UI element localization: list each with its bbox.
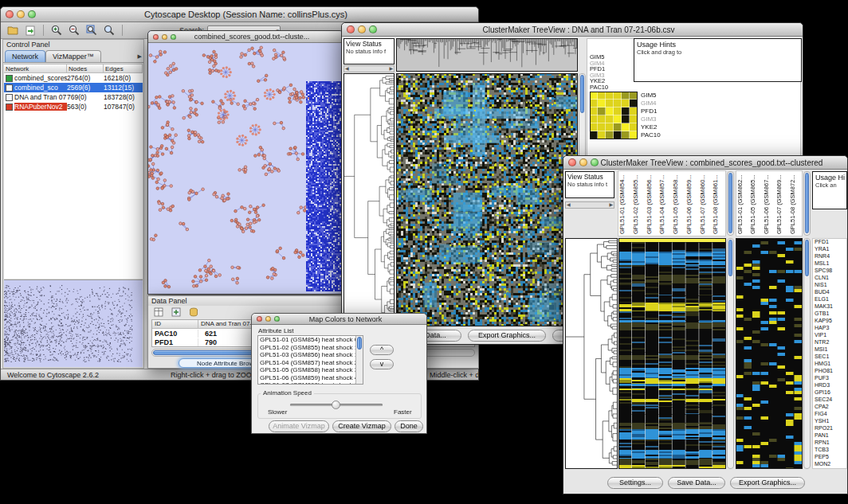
column-label[interactable]: GPL51-03 (GSM856... [646, 171, 659, 236]
gene-label[interactable]: PEP5 [813, 454, 846, 461]
gene-label[interactable]: GIM5 [641, 92, 661, 100]
gene-label[interactable]: PFD1 [641, 107, 661, 115]
scroll-left-icon[interactable]: ◀ [567, 202, 571, 208]
scrollbar-thumb[interactable] [805, 240, 809, 276]
network-list-row[interactable]: combined_sco2569(6)13112(15) [4, 83, 143, 92]
minimize-button[interactable] [265, 316, 271, 322]
column-label[interactable]: GPL51-01 (GSM854... [618, 171, 632, 236]
import-network-icon[interactable] [23, 24, 37, 37]
open-session-icon[interactable] [6, 24, 20, 37]
gene-label[interactable]: RPO21 [813, 425, 846, 432]
column-label[interactable]: GPL51-06 (GSM867... [763, 171, 775, 236]
heatmap-canvas[interactable] [396, 73, 578, 326]
scroll-right-icon[interactable]: ▶ [609, 202, 613, 208]
tab-overflow-icon[interactable]: ▶ [138, 50, 142, 62]
treeview-dna-titlebar[interactable]: ClusterMaker TreeView : DNA and Tran 07-… [342, 23, 803, 37]
gene-label[interactable]: RNR4 [813, 253, 846, 260]
secondary-heatmap-canvas[interactable] [736, 238, 803, 469]
gene-label[interactable]: PFD1 [813, 239, 846, 246]
create-vizmap-button[interactable]: Create Vizmap [332, 420, 391, 432]
column-label[interactable]: GPL51-06 (GSM859... [685, 171, 699, 236]
close-button[interactable] [568, 158, 576, 166]
gene-label[interactable]: KAP95 [813, 318, 846, 325]
correlation-matrix-canvas[interactable] [590, 92, 638, 139]
scrollbar-thumb[interactable] [805, 173, 809, 233]
label-vscrollbar[interactable] [803, 171, 811, 236]
dendrogram-hscrollbar[interactable]: ◀▶ [565, 201, 614, 209]
main-titlebar[interactable]: Cytoscape Desktop (Session Name: collins… [1, 7, 478, 22]
export-graphics-button[interactable]: Export Graphics... [468, 330, 546, 342]
gene-label[interactable]: HMG1 [813, 361, 846, 368]
column-label[interactable]: GPL51-08 (GSM861... [712, 171, 725, 236]
treeview-combined-titlebar[interactable]: ClusterMaker TreeView : combined_scores_… [563, 156, 847, 170]
column-label[interactable]: GPL51-04 (GSM857... [658, 171, 672, 236]
gene-label[interactable]: ELG1 [813, 296, 846, 303]
attribute-list-item[interactable]: GPL51-02 (GSM855) heat shock 10 min [258, 344, 363, 352]
save-data-button[interactable]: Save Data... [668, 477, 725, 489]
gene-label[interactable]: PAC10 [641, 131, 661, 139]
attribute-list-item[interactable]: GPL51-05 (GSM858) heat shock 30 min [258, 366, 363, 374]
gene-label[interactable]: NTR2 [813, 339, 846, 346]
slider-thumb[interactable] [332, 400, 340, 409]
column-label[interactable]: GPL51-05 (GSM865... [749, 171, 762, 236]
scroll-left-icon[interactable]: ◀ [345, 66, 349, 72]
animate-vizmap-button[interactable]: Animate Vizmap [269, 420, 329, 432]
zoom-button[interactable] [274, 316, 280, 322]
gene-label[interactable]: NIS1 [813, 282, 846, 289]
network-list-row[interactable]: combined_scores2764(0)16218(0) [4, 73, 143, 83]
gene-label[interactable]: YKE2 [641, 123, 661, 131]
gene-label[interactable]: PHO81 [813, 368, 846, 375]
gene-label[interactable]: FIG4 [813, 411, 846, 418]
column-dendrogram[interactable] [396, 38, 578, 72]
scrollbar-thumb[interactable] [728, 173, 732, 233]
gene-label[interactable]: PUF3 [813, 375, 846, 382]
column-label[interactable]: GPL51-05 (GSM858... [672, 171, 685, 236]
minimize-button[interactable] [17, 10, 25, 18]
select-attributes-icon[interactable] [151, 306, 166, 318]
column-header-id[interactable]: ID [152, 320, 198, 329]
heatmap-canvas[interactable] [618, 238, 726, 469]
column-label[interactable]: GPL51-02 (GSM855... [632, 171, 646, 236]
attribute-list-scrollbar[interactable] [355, 336, 363, 384]
gene-label[interactable]: RPN1 [813, 440, 846, 447]
network-canvas[interactable] [148, 43, 343, 294]
gene-label[interactable]: YSH1 [813, 418, 846, 425]
column-header-edges[interactable]: Edges [104, 64, 143, 73]
gene-label[interactable]: YRA1 [813, 246, 846, 253]
gene-label[interactable]: CPA2 [813, 404, 846, 411]
column-label[interactable]: GPL51-01 (GSM862... [736, 171, 749, 236]
attribute-list-item[interactable]: GPL51-01 (GSM854) heat shock 05 min [258, 336, 363, 344]
gene-label[interactable]: MON2 [813, 461, 846, 468]
zoom-out-icon[interactable] [67, 24, 81, 37]
zoom-button[interactable] [591, 158, 599, 166]
column-label[interactable]: GPL51-07 (GSM869... [775, 171, 788, 236]
tab-network[interactable]: Network [5, 50, 45, 62]
gene-label[interactable]: BUD4 [813, 289, 846, 296]
column-header-nodes[interactable]: Nodes [67, 64, 104, 73]
gene-label[interactable]: GPI16 [813, 389, 846, 397]
minimize-button[interactable] [358, 25, 366, 33]
animation-speed-slider[interactable] [290, 404, 383, 406]
row-dendrogram[interactable] [344, 73, 395, 326]
gene-label[interactable]: CLN1 [813, 275, 846, 282]
gene-label[interactable]: SEC1 [813, 354, 846, 361]
label-vscrollbar[interactable] [727, 171, 734, 236]
minimize-button[interactable] [579, 158, 587, 166]
attribute-list[interactable]: GPL51-01 (GSM854) heat shock 05 minGPL51… [257, 335, 363, 385]
close-button[interactable] [6, 10, 14, 18]
gene-label[interactable]: TCB3 [813, 447, 846, 454]
dialog-titlebar[interactable]: Map Colors to Network [252, 314, 426, 325]
gene-label[interactable]: SPC98 [813, 268, 846, 275]
birdseye-canvas[interactable] [4, 280, 143, 366]
gene-label[interactable]: GIM4 [641, 100, 661, 107]
dendrogram-hscrollbar[interactable]: ◀▶ [344, 65, 395, 72]
zoom-button[interactable] [369, 25, 377, 33]
heatmap-vscrollbar[interactable] [727, 238, 734, 469]
gene-label[interactable]: MSL1 [813, 260, 846, 268]
gene-label[interactable]: SEC24 [813, 397, 846, 404]
network-list-row[interactable]: RNAPuberNov2563(0)107847(0) [4, 102, 143, 111]
attribute-list-item[interactable]: GPL51-03 (GSM856) heat shock 15 min [258, 351, 363, 359]
close-button[interactable] [153, 34, 159, 40]
zoom-button[interactable] [28, 10, 36, 18]
gene-label[interactable]: PAN1 [813, 432, 846, 440]
